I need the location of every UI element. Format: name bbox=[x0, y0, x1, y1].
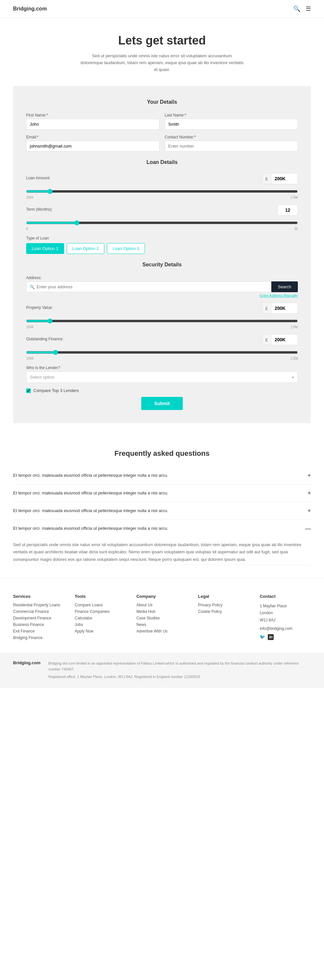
enter-manual-link[interactable]: Enter Address Manually bbox=[26, 294, 298, 298]
form-section: Your Details First Name:* Last Name:* Em… bbox=[13, 86, 311, 423]
outstanding-finance-input-wrap: £ bbox=[262, 334, 298, 345]
footer-link[interactable]: Apply Now bbox=[75, 629, 126, 633]
faq-question-row[interactable]: Et tempor orci. malesuada eiusmod offici… bbox=[13, 485, 311, 502]
property-value-slider-labels: 150K 2.0M bbox=[26, 325, 298, 329]
contact-input[interactable] bbox=[165, 141, 298, 151]
loan-type-label: Type of Loan bbox=[26, 236, 298, 240]
contact-title: Contact bbox=[260, 594, 311, 599]
footer-link[interactable]: Residential Property Loans bbox=[13, 603, 64, 607]
loan-amount-prefix: £ bbox=[262, 174, 272, 184]
term-min: 6 bbox=[26, 227, 28, 231]
property-value-input-wrap: £ bbox=[262, 303, 298, 314]
footer-link[interactable]: Exit Finance bbox=[13, 629, 64, 633]
footer-link[interactable]: Calculator bbox=[75, 616, 126, 620]
last-name-label: Last Name:* bbox=[165, 113, 298, 118]
search-icon[interactable]: 🔍 bbox=[293, 5, 300, 13]
footer-link[interactable]: Media Hub bbox=[137, 609, 187, 614]
lender-select[interactable]: Select option Lender A Lender B Other bbox=[26, 371, 298, 383]
outstanding-finance-slider[interactable] bbox=[26, 350, 298, 355]
legal-title: Legal bbox=[198, 594, 249, 599]
footer-bottom-brand: Bridging.com bbox=[13, 660, 41, 665]
faq-answer-text: Sed ut perspiciatis unde omnis iste natu… bbox=[13, 537, 311, 565]
footer-link[interactable]: Business Finance bbox=[13, 622, 64, 627]
term-group: Term (Months): 6 36 bbox=[26, 205, 298, 231]
loan-amount-min: 150K bbox=[26, 196, 34, 199]
services-links: Residential Property LoansCommercial Fin… bbox=[13, 603, 64, 640]
loan-amount-label: Loan Amount: bbox=[26, 176, 50, 180]
footer-link[interactable]: Advertise With Us bbox=[137, 629, 187, 633]
footer-social: 🐦 in bbox=[260, 634, 311, 640]
contact-email[interactable]: info@bridging.com bbox=[260, 626, 311, 631]
footer-link[interactable]: Finance Companies bbox=[75, 609, 126, 614]
property-value-input[interactable] bbox=[272, 303, 297, 313]
footer-link[interactable]: Commercial Finance bbox=[13, 609, 64, 614]
faq-question-row[interactable]: Et tempor orci. malesuada eiusmod offici… bbox=[13, 520, 311, 537]
first-name-label: First Name:* bbox=[26, 113, 160, 118]
address-search-row: 🔍 Search bbox=[26, 282, 298, 292]
term-slider-labels: 6 36 bbox=[26, 227, 298, 231]
brand-logo[interactable]: Bridging.com bbox=[13, 6, 47, 12]
outstanding-finance-slider-labels: 100K 2.5M bbox=[26, 357, 298, 360]
term-row: Term (Months): bbox=[26, 205, 298, 216]
compare-checkbox[interactable] bbox=[26, 388, 31, 393]
property-value-slider[interactable] bbox=[26, 318, 298, 324]
footer-link[interactable]: Cookie Policy bbox=[198, 609, 249, 614]
property-value-min: 150K bbox=[26, 325, 34, 329]
footer-link[interactable]: Jobs bbox=[75, 622, 126, 627]
faq-question-row[interactable]: Et tempor orci. malesuada eiusmod offici… bbox=[13, 502, 311, 520]
footer-link[interactable]: Development Finance bbox=[13, 616, 64, 620]
footer-contact: Contact 1 Mayfair PlaceLondonW1J 8AJ inf… bbox=[260, 594, 311, 642]
term-slider[interactable] bbox=[26, 220, 298, 226]
linkedin-icon[interactable]: in bbox=[268, 634, 274, 640]
footer-link[interactable]: Case Studies bbox=[137, 616, 187, 620]
outstanding-finance-max: 2.5M bbox=[291, 357, 298, 360]
twitter-icon[interactable]: 🐦 bbox=[260, 634, 265, 640]
footer-link[interactable]: Compare Loans bbox=[75, 603, 126, 607]
term-input[interactable] bbox=[278, 205, 297, 215]
lender-label: Who is the Lender? bbox=[26, 366, 298, 370]
footer-link[interactable]: News bbox=[137, 622, 187, 627]
address-input[interactable] bbox=[37, 282, 268, 292]
first-name-col: First Name:* bbox=[26, 113, 160, 130]
loan-option-1-button[interactable]: Loan Option 1 bbox=[26, 243, 64, 254]
footer-link[interactable]: About Us bbox=[137, 603, 187, 607]
your-details-title: Your Details bbox=[26, 99, 298, 105]
loan-details-title: Loan Details bbox=[26, 159, 298, 165]
footer-link[interactable]: Bridging Finance bbox=[13, 635, 64, 640]
property-value-max: 2.0M bbox=[291, 325, 298, 329]
faq-question-row[interactable]: Et tempor orci. malesuada eiusmod offici… bbox=[13, 467, 311, 485]
hero-section: Lets get started Sed ut perspiciatis und… bbox=[0, 18, 324, 86]
footer-company: Company About UsMedia HubCase StudiesNew… bbox=[137, 594, 187, 642]
first-name-input[interactable] bbox=[26, 119, 160, 130]
loan-option-3-button[interactable]: Loan Option 3 bbox=[107, 243, 145, 254]
loan-amount-slider[interactable] bbox=[26, 189, 298, 194]
menu-icon[interactable]: ☰ bbox=[306, 5, 311, 13]
loan-type-buttons: Loan Option 1 Loan Option 2 Loan Option … bbox=[26, 243, 298, 254]
loan-amount-max: 2.5M bbox=[291, 196, 298, 199]
hero-subtitle: Sed ut perspiciatis unde omnis iste natu… bbox=[80, 52, 244, 73]
contact-address: 1 Mayfair PlaceLondonW1J 8AJ bbox=[260, 603, 311, 624]
name-row: First Name:* Last Name:* bbox=[26, 113, 298, 130]
loan-amount-slider-labels: 150K 2.5M bbox=[26, 196, 298, 199]
loan-option-2-button[interactable]: Loan Option 2 bbox=[67, 243, 105, 254]
email-input[interactable] bbox=[26, 141, 160, 151]
outstanding-finance-group: Outstanding Finance: £ 100K 2.5M bbox=[26, 334, 298, 360]
legal-line-1: Bridging dot com limited is an appointed… bbox=[48, 660, 311, 673]
contact-row: Email:* Contact Number:* bbox=[26, 135, 298, 151]
last-name-input[interactable] bbox=[165, 119, 298, 130]
outstanding-finance-input[interactable] bbox=[272, 334, 297, 345]
submit-button[interactable]: Submit bbox=[141, 397, 183, 410]
faq-section: Frequently asked questions Et tempor orc… bbox=[0, 436, 324, 578]
hero-title: Lets get started bbox=[13, 34, 311, 48]
faq-question-text: Et tempor orci. malesuada eiusmod offici… bbox=[13, 490, 303, 496]
footer-services: Services Residential Property LoansComme… bbox=[13, 594, 64, 642]
compare-label[interactable]: Compare Top 3 Lenders bbox=[33, 388, 79, 393]
term-label: Term (Months): bbox=[26, 207, 52, 212]
search-button[interactable]: Search bbox=[272, 282, 298, 292]
faq-question-text: Et tempor orci. malesuada eiusmod offici… bbox=[13, 472, 303, 479]
tools-links: Compare LoansFinance CompaniesCalculator… bbox=[75, 603, 126, 633]
loan-amount-input[interactable] bbox=[272, 173, 297, 184]
faq-minus-icon: — bbox=[305, 525, 311, 532]
address-group: Address: 🔍 Search Enter Address Manually bbox=[26, 275, 298, 298]
footer-link[interactable]: Privacy Policy bbox=[198, 603, 249, 607]
